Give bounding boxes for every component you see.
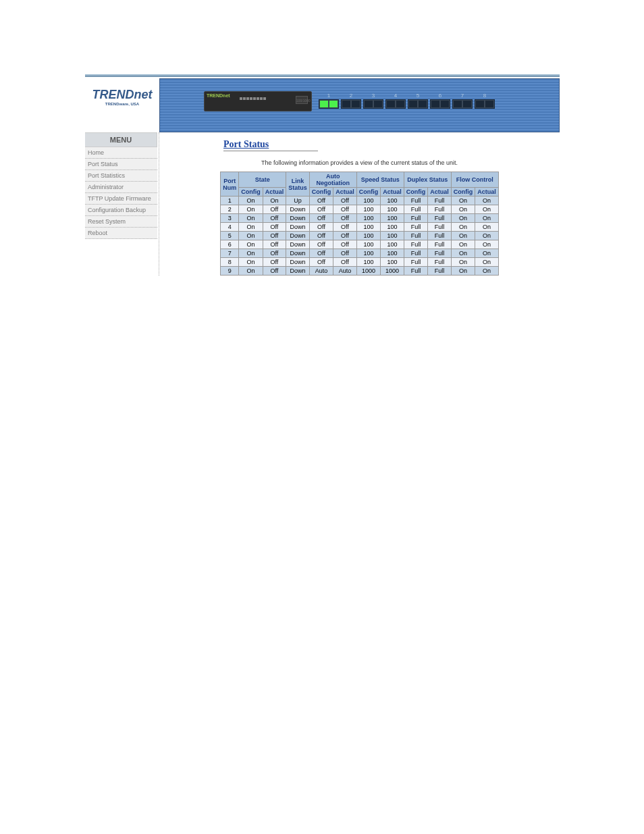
port-jack — [453, 100, 462, 108]
cell: Auto — [333, 267, 357, 276]
th-speed-actual: Actual — [381, 188, 404, 197]
table-row: 9OnOffDownAutoAuto10001000FullFullOnOn — [221, 267, 499, 276]
port-pair — [319, 99, 339, 109]
th-flow-actual: Actual — [475, 188, 499, 197]
cell: Full — [428, 197, 452, 205]
port-jack — [342, 100, 351, 108]
cell: On — [263, 197, 286, 205]
port-group-4: 4 — [385, 93, 406, 109]
th-neg-config: Config — [309, 188, 333, 197]
cell: Off — [333, 240, 357, 249]
cell: 100 — [356, 258, 381, 267]
brand-sub: TRENDware, USA — [92, 102, 153, 106]
port-jack — [418, 100, 427, 108]
th-state: State — [239, 172, 286, 188]
cell: Off — [263, 267, 286, 276]
th-dup-config: Config — [404, 188, 428, 197]
port-label: 6 — [439, 93, 441, 99]
cell: Full — [428, 205, 452, 214]
menu-item-configuration-backup[interactable]: Configuration Backup — [85, 205, 157, 216]
cell: Down — [286, 205, 310, 214]
cell: Off — [309, 249, 333, 258]
cell: Off — [263, 240, 286, 249]
cell: Off — [309, 232, 333, 240]
port-pair — [385, 99, 406, 109]
cell: On — [451, 205, 475, 214]
cell: Full — [404, 232, 428, 240]
cell: Down — [286, 258, 310, 267]
port-label: 3 — [372, 93, 375, 99]
cell: 100 — [381, 223, 404, 232]
th-link: Link Status — [286, 172, 310, 197]
cell: 100 — [356, 214, 381, 223]
menu-item-reboot[interactable]: Reboot — [85, 228, 157, 239]
cell: Full — [404, 249, 428, 258]
port-jack — [329, 100, 338, 108]
port-jack — [373, 100, 383, 108]
cell: 100 — [381, 258, 404, 267]
cell: On — [239, 232, 263, 240]
menu-item-administrator[interactable]: Administrator — [85, 182, 157, 193]
cell: Off — [333, 258, 357, 267]
port-pair — [430, 99, 450, 109]
cell: Off — [309, 205, 333, 214]
menu-item-port-status[interactable]: Port Status — [85, 159, 157, 170]
cell: 100 — [381, 232, 404, 240]
cell: Full — [428, 214, 452, 223]
page-title: Port Status — [159, 139, 560, 150]
page-description: The following information provides a vie… — [159, 159, 560, 166]
th-flow: Flow Control — [451, 172, 498, 188]
cell: Down — [286, 267, 310, 276]
cell: Off — [333, 214, 357, 223]
menu-item-tftp-update-firmware[interactable]: TFTP Update Firmware — [85, 193, 157, 205]
sidebar: MENU HomePort StatusPort StatisticsAdmin… — [85, 132, 159, 276]
cell: Off — [309, 258, 333, 267]
cell: Down — [286, 249, 310, 258]
brand-name: TRENDnet — [92, 88, 153, 101]
device-image: TRENDnet 100/1000 — [204, 91, 312, 111]
cell: On — [451, 223, 475, 232]
th-flow-config: Config — [451, 188, 475, 197]
cell: Full — [428, 249, 452, 258]
port-pair — [452, 99, 473, 109]
cell: 100 — [381, 249, 404, 258]
port-jack — [462, 100, 472, 108]
table-row: 7OnOffDownOffOff100100FullFullOnOn — [221, 249, 499, 258]
table-row: 5OnOffDownOffOff100100FullFullOnOn — [221, 232, 499, 240]
port-jack — [408, 100, 418, 108]
cell: Off — [263, 205, 286, 214]
port-jack — [431, 100, 440, 108]
cell: 100 — [381, 214, 404, 223]
menu-item-reset-system[interactable]: Reset System — [85, 216, 157, 228]
port-jack — [319, 100, 329, 108]
cell: On — [451, 258, 475, 267]
port-group-2: 2 — [341, 93, 361, 109]
cell: Off — [333, 249, 357, 258]
th-speed-config: Config — [356, 188, 381, 197]
menu-item-home[interactable]: Home — [85, 147, 157, 159]
cell: 8 — [221, 258, 239, 267]
cell: On — [451, 232, 475, 240]
cell: On — [475, 240, 499, 249]
menu-item-port-statistics[interactable]: Port Statistics — [85, 170, 157, 182]
cell: Full — [404, 258, 428, 267]
cell: 100 — [381, 205, 404, 214]
cell: 1000 — [356, 267, 381, 276]
cell: 9 — [221, 267, 239, 276]
cell: Full — [404, 223, 428, 232]
table-row: 6OnOffDownOffOff100100FullFullOnOn — [221, 240, 499, 249]
table-row: 4OnOffDownOffOff100100FullFullOnOn — [221, 223, 499, 232]
port-jack — [440, 100, 450, 108]
port-pair — [475, 99, 495, 109]
th-port: Port Num — [221, 172, 239, 197]
table-row: 8OnOffDownOffOff100100FullFullOnOn — [221, 258, 499, 267]
cell: Off — [333, 223, 357, 232]
device-leds — [240, 97, 266, 100]
port-group-3: 3 — [363, 93, 383, 109]
cell: On — [451, 214, 475, 223]
port-pair — [341, 99, 361, 109]
th-duplex: Duplex Status — [404, 172, 451, 188]
cell: Off — [309, 197, 333, 205]
cell: 100 — [356, 205, 381, 214]
cell: Off — [263, 223, 286, 232]
